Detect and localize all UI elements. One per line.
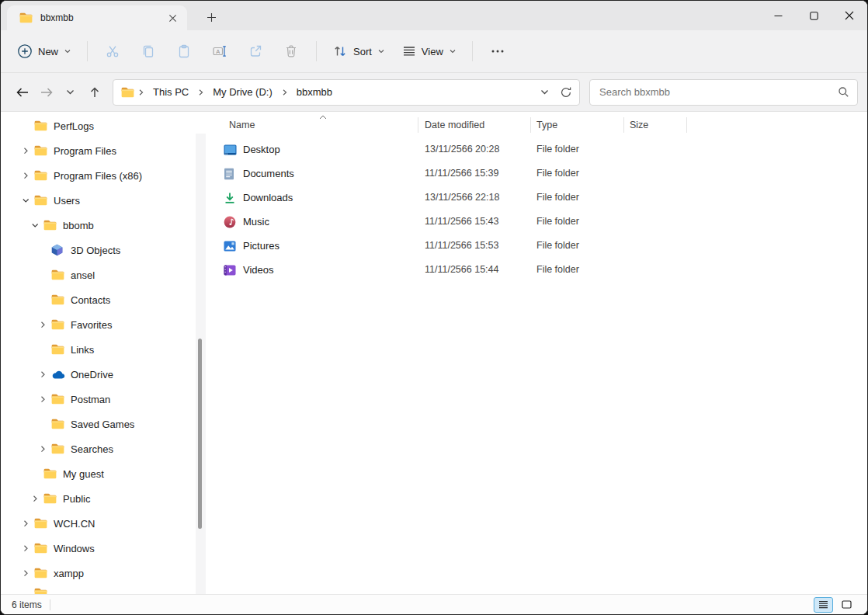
file-row-music[interactable]: Music11/11/2566 15:43File folder: [210, 210, 858, 234]
refresh-button[interactable]: [555, 82, 576, 102]
file-name: Documents: [243, 162, 294, 186]
view-button[interactable]: View: [394, 37, 465, 65]
breadcrumb-item-bbxmbb[interactable]: bbxmbb: [291, 82, 338, 102]
sidebar-item-label: Users: [54, 195, 80, 207]
sidebar-item-ansel[interactable]: ansel: [1, 262, 207, 287]
sidebar-item-onedrive[interactable]: OneDrive: [1, 362, 207, 387]
copy-button[interactable]: [130, 37, 166, 65]
breadcrumb-item-my-drive-d[interactable]: My Drive (D:): [207, 82, 278, 102]
new-button[interactable]: New: [9, 37, 80, 65]
chevron-right-icon[interactable]: [19, 519, 31, 527]
large-icons-view-button[interactable]: [837, 597, 856, 613]
column-separator[interactable]: [686, 117, 687, 133]
sidebar-item-label: OneDrive: [71, 369, 113, 380]
sidebar-item-label: WCH.CN: [54, 518, 95, 530]
file-row-desktop[interactable]: Desktop13/11/2566 20:28File folder: [210, 137, 858, 162]
sidebar-item-partial[interactable]: [1, 581, 207, 594]
sidebar-item-label: 3D Objects: [71, 245, 120, 256]
view-lines-icon: [402, 45, 416, 57]
chevron-right-icon[interactable]: [29, 495, 40, 502]
column-header-size[interactable]: Size: [630, 115, 648, 135]
column-separator[interactable]: [418, 117, 418, 133]
recent-locations-button[interactable]: [58, 80, 82, 104]
chevron-down-icon: [449, 47, 457, 55]
explorer-tab[interactable]: bbxmbb: [7, 5, 187, 30]
svg-text:A: A: [216, 48, 220, 55]
chevron-right-icon[interactable]: [36, 370, 48, 378]
up-button[interactable]: [82, 80, 106, 104]
chevron-right-icon[interactable]: [36, 445, 48, 453]
cut-button[interactable]: [95, 37, 130, 65]
breadcrumb-item-this-pc[interactable]: This PC: [148, 82, 194, 102]
see-more-button[interactable]: [480, 37, 516, 65]
share-button[interactable]: [238, 37, 273, 65]
chevron-right-icon[interactable]: [36, 395, 48, 403]
chevron-right-icon[interactable]: [19, 147, 31, 155]
tab-close-icon[interactable]: [164, 9, 181, 26]
file-row-documents[interactable]: Documents11/11/2566 15:39File folder: [210, 162, 858, 186]
folder-icon: [51, 394, 66, 405]
file-row-pictures[interactable]: Pictures11/11/2566 15:53File folder: [210, 234, 858, 258]
column-separator[interactable]: [623, 117, 624, 133]
file-date-modified: 11/11/2566 15:53: [425, 234, 498, 258]
sidebar-item-favorites[interactable]: Favorites: [1, 312, 207, 337]
sidebar-item-postman[interactable]: Postman: [1, 387, 207, 412]
sidebar-item-label: Contacts: [71, 294, 110, 306]
sidebar-item-bbomb[interactable]: bbomb: [1, 213, 207, 238]
file-row-downloads[interactable]: Downloads13/11/2566 22:18File folder: [210, 186, 858, 210]
videos-folder-icon: [224, 265, 236, 276]
sidebar-item-searches[interactable]: Searches: [1, 436, 207, 461]
sidebar-item-public[interactable]: Public: [1, 486, 207, 511]
file-date-modified: 13/11/2566 22:18: [425, 186, 499, 210]
chevron-right-icon: [279, 89, 290, 96]
delete-button[interactable]: [273, 37, 309, 65]
close-button[interactable]: [832, 1, 867, 30]
file-row-videos[interactable]: Videos11/11/2566 15:44File folder: [210, 258, 858, 282]
chevron-right-icon[interactable]: [19, 544, 31, 552]
sidebar-item-perflogs[interactable]: PerfLogs: [1, 113, 207, 138]
rename-button[interactable]: A: [202, 37, 238, 65]
sidebar-item-my-guest[interactable]: My guest: [1, 461, 207, 486]
sort-button[interactable]: Sort: [324, 37, 394, 65]
sidebar-item-users[interactable]: Users: [1, 188, 207, 213]
window-controls: [760, 1, 867, 30]
sidebar-item-contacts[interactable]: Contacts: [1, 287, 207, 312]
column-header-type[interactable]: Type: [536, 115, 557, 135]
sidebar-item-links[interactable]: Links: [1, 337, 207, 362]
main-area: PerfLogsProgram FilesProgram Files (x86)…: [1, 112, 867, 594]
folder-icon: [51, 294, 66, 305]
column-separator[interactable]: [530, 117, 531, 133]
sidebar-item-saved-games[interactable]: Saved Games: [1, 412, 207, 436]
address-dropdown-button[interactable]: [534, 82, 555, 102]
sidebar-item-label: Saved Games: [71, 419, 134, 430]
column-header-name[interactable]: Name: [229, 115, 255, 135]
sidebar-scrollbar-thumb[interactable]: [198, 339, 202, 529]
file-list-pane: NameDate modifiedTypeSize Desktop13/11/2…: [207, 112, 867, 594]
folder-icon: [121, 87, 134, 98]
minimize-button[interactable]: [760, 1, 796, 30]
new-tab-button[interactable]: [201, 8, 221, 26]
chevron-down-icon[interactable]: [29, 221, 40, 229]
paste-button[interactable]: [166, 37, 202, 65]
details-view-button[interactable]: [814, 597, 833, 613]
sort-arrows-icon: [332, 44, 348, 58]
sidebar-item-label: PerfLogs: [54, 120, 94, 132]
chevron-right-icon[interactable]: [19, 569, 31, 577]
forward-button[interactable]: [34, 80, 58, 104]
folder-icon: [51, 419, 66, 429]
maximize-button[interactable]: [796, 1, 832, 30]
folder-icon: [34, 518, 49, 529]
search-input[interactable]: [598, 85, 838, 99]
chevron-right-icon[interactable]: [36, 321, 48, 328]
chevron-right-icon[interactable]: [19, 172, 31, 179]
chevron-down-icon[interactable]: [19, 196, 31, 204]
search-box[interactable]: [589, 79, 858, 106]
sidebar-item-windows[interactable]: Windows: [1, 536, 207, 561]
back-button[interactable]: [10, 80, 34, 104]
sidebar-item-program-files-x86[interactable]: Program Files (x86): [1, 163, 207, 188]
sidebar-item-program-files[interactable]: Program Files: [1, 138, 207, 163]
sidebar-item-3d-objects[interactable]: 3D Objects: [1, 238, 207, 262]
column-header-date-modified[interactable]: Date modified: [425, 115, 484, 135]
address-bar[interactable]: This PCMy Drive (D:)bbxmbb: [113, 79, 580, 106]
sidebar-item-wch-cn[interactable]: WCH.CN: [1, 511, 207, 536]
